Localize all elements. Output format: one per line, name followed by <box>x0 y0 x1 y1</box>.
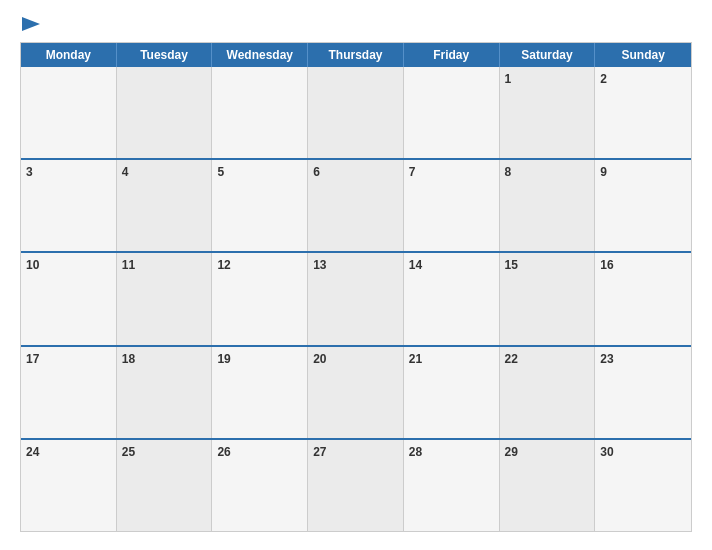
calendar-day-26: 26 <box>212 440 308 531</box>
calendar-day-28: 28 <box>404 440 500 531</box>
day-number: 2 <box>600 71 686 88</box>
day-number: 22 <box>505 351 590 368</box>
calendar-day-6: 6 <box>308 160 404 251</box>
calendar-header: MondayTuesdayWednesdayThursdayFridaySatu… <box>21 43 691 67</box>
header-day-saturday: Saturday <box>500 43 596 67</box>
calendar-day-19: 19 <box>212 347 308 438</box>
calendar-day-21: 21 <box>404 347 500 438</box>
logo-flag-icon <box>22 17 40 31</box>
calendar-day-2: 2 <box>595 67 691 158</box>
calendar-day-4: 4 <box>117 160 213 251</box>
page: MondayTuesdayWednesdayThursdayFridaySatu… <box>0 0 712 550</box>
calendar-day-empty <box>308 67 404 158</box>
header-day-tuesday: Tuesday <box>117 43 213 67</box>
calendar-week-0: 12 <box>21 67 691 158</box>
calendar-day-13: 13 <box>308 253 404 344</box>
calendar-day-24: 24 <box>21 440 117 531</box>
calendar-day-16: 16 <box>595 253 691 344</box>
day-number: 20 <box>313 351 398 368</box>
day-number: 1 <box>505 71 590 88</box>
day-number: 8 <box>505 164 590 181</box>
calendar-day-12: 12 <box>212 253 308 344</box>
calendar-day-9: 9 <box>595 160 691 251</box>
header <box>20 18 692 32</box>
calendar-day-1: 1 <box>500 67 596 158</box>
day-number: 6 <box>313 164 398 181</box>
calendar-week-2: 10111213141516 <box>21 251 691 344</box>
day-number: 30 <box>600 444 686 461</box>
day-number: 4 <box>122 164 207 181</box>
calendar-day-empty <box>404 67 500 158</box>
calendar-day-17: 17 <box>21 347 117 438</box>
calendar-day-3: 3 <box>21 160 117 251</box>
day-number: 3 <box>26 164 111 181</box>
day-number: 9 <box>600 164 686 181</box>
day-number: 23 <box>600 351 686 368</box>
calendar-week-3: 17181920212223 <box>21 345 691 438</box>
calendar-day-14: 14 <box>404 253 500 344</box>
calendar-day-23: 23 <box>595 347 691 438</box>
day-number: 26 <box>217 444 302 461</box>
calendar-day-5: 5 <box>212 160 308 251</box>
day-number: 14 <box>409 257 494 274</box>
day-number: 15 <box>505 257 590 274</box>
calendar-day-18: 18 <box>117 347 213 438</box>
header-day-friday: Friday <box>404 43 500 67</box>
calendar-week-1: 3456789 <box>21 158 691 251</box>
day-number: 27 <box>313 444 398 461</box>
calendar-day-25: 25 <box>117 440 213 531</box>
day-number: 28 <box>409 444 494 461</box>
calendar-day-8: 8 <box>500 160 596 251</box>
day-number: 16 <box>600 257 686 274</box>
calendar-day-29: 29 <box>500 440 596 531</box>
calendar-day-22: 22 <box>500 347 596 438</box>
day-number: 25 <box>122 444 207 461</box>
calendar: MondayTuesdayWednesdayThursdayFridaySatu… <box>20 42 692 532</box>
day-number: 11 <box>122 257 207 274</box>
svg-marker-0 <box>22 17 40 31</box>
header-day-sunday: Sunday <box>595 43 691 67</box>
day-number: 19 <box>217 351 302 368</box>
header-day-thursday: Thursday <box>308 43 404 67</box>
day-number: 13 <box>313 257 398 274</box>
day-number: 24 <box>26 444 111 461</box>
calendar-day-15: 15 <box>500 253 596 344</box>
day-number: 7 <box>409 164 494 181</box>
header-day-wednesday: Wednesday <box>212 43 308 67</box>
header-day-monday: Monday <box>21 43 117 67</box>
day-number: 10 <box>26 257 111 274</box>
day-number: 18 <box>122 351 207 368</box>
calendar-day-27: 27 <box>308 440 404 531</box>
calendar-day-30: 30 <box>595 440 691 531</box>
calendar-day-empty <box>21 67 117 158</box>
calendar-day-11: 11 <box>117 253 213 344</box>
day-number: 17 <box>26 351 111 368</box>
calendar-day-7: 7 <box>404 160 500 251</box>
calendar-day-empty <box>212 67 308 158</box>
day-number: 12 <box>217 257 302 274</box>
calendar-day-20: 20 <box>308 347 404 438</box>
day-number: 29 <box>505 444 590 461</box>
day-number: 21 <box>409 351 494 368</box>
calendar-week-4: 24252627282930 <box>21 438 691 531</box>
calendar-day-10: 10 <box>21 253 117 344</box>
calendar-body: 1234567891011121314151617181920212223242… <box>21 67 691 531</box>
calendar-day-empty <box>117 67 213 158</box>
day-number: 5 <box>217 164 302 181</box>
logo <box>20 18 40 32</box>
